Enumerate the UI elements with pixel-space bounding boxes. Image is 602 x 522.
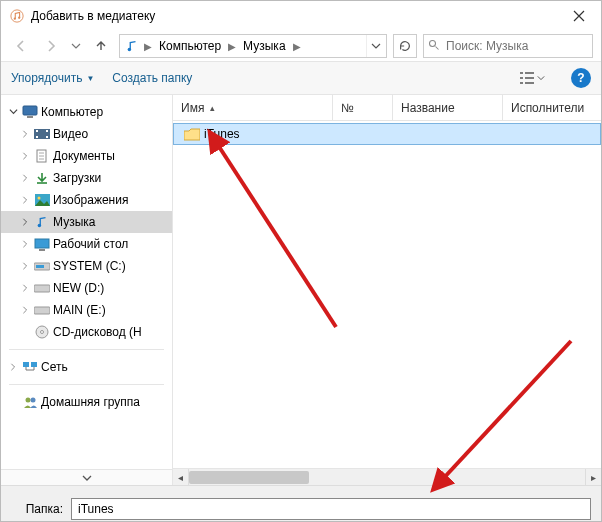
sidebar-homegroup[interactable]: Домашняя группа [1,391,172,413]
computer-icon [21,105,39,119]
scroll-left-icon[interactable]: ◂ [173,469,189,486]
music-location-icon [122,39,142,53]
collapse-icon[interactable] [7,107,19,118]
crumb-music[interactable]: Музыка [238,35,290,57]
column-headers: Имя ▴ № Название Исполнители [173,95,601,121]
svg-point-27 [30,397,35,402]
svg-point-26 [25,397,30,402]
divider [9,349,164,350]
video-icon [33,128,51,140]
nav-back-button[interactable] [9,34,33,58]
svg-rect-20 [34,285,50,292]
desktop-icon [33,238,51,251]
sidebar-item-label: Рабочий стол [53,237,128,251]
chevron-right-icon: ▶ [142,41,154,52]
sidebar-item-downloads[interactable]: Загрузки [1,167,172,189]
svg-rect-17 [39,249,45,251]
expand-icon[interactable] [7,362,19,373]
pictures-icon [33,194,51,206]
expand-icon[interactable] [19,217,31,228]
svg-point-3 [128,48,132,52]
close-button[interactable] [556,1,601,31]
file-row-itunes[interactable]: iTunes [173,123,601,145]
organize-menu[interactable]: Упорядочить ▼ [11,71,94,85]
downloads-icon [33,171,51,185]
expand-icon[interactable] [19,305,31,316]
expand-icon[interactable] [19,129,31,140]
nav-recent-dropdown[interactable] [69,34,83,58]
sidebar-item-documents[interactable]: Документы [1,145,172,167]
crumb-computer[interactable]: Компьютер [154,35,226,57]
sidebar-item-cdrom[interactable]: CD-дисковод (H [1,321,172,343]
svg-point-4 [430,40,436,46]
search-input[interactable] [444,38,588,54]
chevron-down-icon: ▼ [86,74,94,83]
network-icon [21,361,39,374]
sidebar-item-drive-c[interactable]: SYSTEM (C:) [1,255,172,277]
svg-rect-16 [35,239,49,248]
column-number-label: № [341,101,354,115]
sidebar-item-video[interactable]: Видео [1,123,172,145]
sidebar: Компьютер Видео Документы Загрузки Изобр… [1,95,173,485]
svg-rect-19 [36,265,44,268]
svg-rect-5 [23,106,37,115]
expand-icon[interactable] [19,173,31,184]
drive-icon [33,283,51,294]
svg-rect-6 [27,116,33,118]
column-artist[interactable]: Исполнители [503,95,601,120]
expand-icon[interactable] [19,239,31,250]
svg-point-0 [11,10,23,22]
svg-point-1 [14,17,16,19]
sidebar-item-drive-d[interactable]: NEW (D:) [1,277,172,299]
sidebar-scroll-down[interactable] [1,469,172,485]
sidebar-network-label: Сеть [41,360,68,374]
column-name[interactable]: Имя ▴ [173,95,333,120]
sidebar-computer-label: Компьютер [41,105,103,119]
scroll-right-icon[interactable]: ▸ [585,469,601,486]
expand-icon[interactable] [19,195,31,206]
titlebar: Добавить в медиатеку [1,1,601,31]
refresh-button[interactable] [393,34,417,58]
svg-point-14 [37,197,40,200]
window-title: Добавить в медиатеку [31,9,155,23]
nav-forward-button[interactable] [39,34,63,58]
sort-asc-icon: ▴ [210,103,215,113]
file-list[interactable]: iTunes [173,121,601,468]
nav-up-button[interactable] [89,34,113,58]
help-button[interactable]: ? [571,68,591,88]
homegroup-icon [21,396,39,409]
sidebar-computer[interactable]: Компьютер [1,101,172,123]
sidebar-item-label: NEW (D:) [53,281,104,295]
folder-name-input[interactable] [71,498,591,520]
search-box[interactable] [423,34,593,58]
sidebar-item-label: Документы [53,149,115,163]
sidebar-item-label: Музыка [53,215,95,229]
breadcrumb-dropdown[interactable] [366,35,384,57]
expand-icon[interactable] [19,261,31,272]
file-pane: Имя ▴ № Название Исполнители iTunes ◂ [173,95,601,485]
column-title[interactable]: Название [393,95,503,120]
expand-icon[interactable] [19,283,31,294]
toolbar: Упорядочить ▼ Создать папку ? [1,61,601,95]
sidebar-item-drive-e[interactable]: MAIN (E:) [1,299,172,321]
disc-icon [33,325,51,339]
view-mode-button[interactable] [511,66,553,90]
sidebar-item-label: Видео [53,127,88,141]
svg-rect-21 [34,307,50,314]
sidebar-item-music[interactable]: Музыка [1,211,172,233]
folder-icon [174,128,202,141]
drive-icon [33,261,51,272]
expand-icon[interactable] [19,151,31,162]
column-number[interactable]: № [333,95,393,120]
breadcrumb[interactable]: ▶ Компьютер ▶ Музыка ▶ [119,34,387,58]
sidebar-item-desktop[interactable]: Рабочий стол [1,233,172,255]
sidebar-network[interactable]: Сеть [1,356,172,378]
scrollbar-thumb[interactable] [189,471,309,484]
column-artist-label: Исполнители [511,101,584,115]
svg-rect-25 [31,362,37,367]
chevron-right-icon: ▶ [291,41,303,52]
drive-icon [33,305,51,316]
new-folder-button[interactable]: Создать папку [112,71,192,85]
sidebar-item-pictures[interactable]: Изображения [1,189,172,211]
horizontal-scrollbar[interactable]: ◂ ▸ [173,468,601,485]
